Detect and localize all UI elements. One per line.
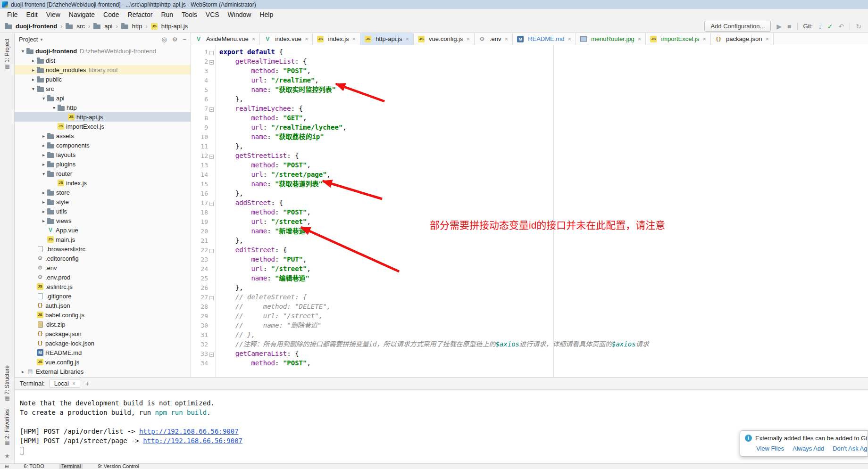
close-tab-icon[interactable]: × bbox=[466, 35, 470, 42]
tree-item-router[interactable]: ▾router bbox=[15, 169, 191, 178]
hide-panel-icon[interactable]: − bbox=[183, 36, 186, 43]
tree-expand-arrow-icon[interactable]: ▸ bbox=[30, 58, 37, 63]
tree-item-main.js[interactable]: main.js bbox=[15, 235, 191, 244]
tree-item-dist[interactable]: ▸dist bbox=[15, 56, 191, 65]
tree-expand-arrow-icon[interactable]: ▸ bbox=[40, 209, 47, 214]
fold-icon[interactable]: − bbox=[209, 51, 214, 55]
tree-item-style[interactable]: ▸style bbox=[15, 197, 191, 206]
tree-item-utils[interactable]: ▸utils bbox=[15, 206, 191, 216]
tree-collapse-arrow-icon[interactable]: ▾ bbox=[40, 96, 47, 101]
tree-item-.eslintrc.js[interactable]: .eslintrc.js bbox=[15, 282, 191, 291]
breadcrumb-item-http-api.js[interactable]: http-api.js bbox=[151, 23, 188, 30]
tree-item-app.vue[interactable]: App.vue bbox=[15, 225, 191, 235]
menu-item-edit[interactable]: Edit bbox=[22, 10, 42, 19]
code-area[interactable]: export default { getRealTimeList: { meth… bbox=[216, 45, 649, 377]
menu-item-tools[interactable]: Tools bbox=[177, 10, 201, 19]
editor-tab-http-api.js[interactable]: http-api.js× bbox=[360, 33, 414, 45]
menu-item-code[interactable]: Code bbox=[99, 10, 123, 19]
terminal-cursor[interactable] bbox=[20, 447, 24, 454]
tree-item-dist.zip[interactable]: dist.zip bbox=[15, 320, 191, 329]
favorites-star-icon[interactable]: ★ bbox=[4, 453, 10, 460]
tree-item-readme.md[interactable]: README.md bbox=[15, 348, 191, 357]
menu-item-file[interactable]: File bbox=[3, 10, 22, 19]
menu-item-run[interactable]: Run bbox=[157, 10, 177, 19]
tree-item-package-lock.json[interactable]: package-lock.json bbox=[15, 338, 191, 348]
menu-item-help[interactable]: Help bbox=[255, 10, 277, 19]
fold-icon[interactable]: − bbox=[209, 107, 214, 112]
tree-item-.browserslistrc[interactable]: .browserslistrc bbox=[15, 244, 191, 254]
tree-item-src[interactable]: ▾src bbox=[15, 84, 191, 93]
close-tab-icon[interactable]: × bbox=[305, 35, 309, 42]
tool-stripe-7-structure[interactable]: ▦7: Structure bbox=[4, 365, 10, 403]
close-terminal-tab-icon[interactable]: × bbox=[72, 380, 76, 387]
tree-item-auth.json[interactable]: auth.json bbox=[15, 301, 191, 310]
tree-expand-arrow-icon[interactable]: ▸ bbox=[40, 133, 47, 139]
breadcrumb-item-duoji-frontend[interactable]: duoji-frontend bbox=[5, 23, 57, 30]
new-terminal-tab-button[interactable]: + bbox=[85, 379, 89, 387]
locate-file-icon[interactable]: ◎ bbox=[161, 36, 167, 43]
tree-expand-arrow-icon[interactable]: ▸ bbox=[40, 162, 47, 167]
close-tab-icon[interactable]: × bbox=[702, 35, 706, 42]
menu-item-window[interactable]: Window bbox=[224, 10, 256, 19]
tree-expand-arrow-icon[interactable]: ▸ bbox=[19, 369, 26, 374]
terminal-link[interactable]: http://192.168.66.56:9007 bbox=[139, 428, 239, 435]
tree-item-views[interactable]: ▸views bbox=[15, 216, 191, 225]
close-tab-icon[interactable]: × bbox=[406, 35, 409, 42]
editor-tab-readme.md[interactable]: README.md× bbox=[513, 33, 576, 45]
close-tab-icon[interactable]: × bbox=[568, 35, 571, 42]
tree-item-http[interactable]: ▾http bbox=[15, 103, 191, 112]
tree-item-.editorconfig[interactable]: .editorconfig bbox=[15, 254, 191, 263]
tree-item-plugins[interactable]: ▸plugins bbox=[15, 159, 191, 169]
breadcrumb-item-api[interactable]: api bbox=[93, 23, 112, 30]
project-title[interactable]: Project bbox=[19, 36, 38, 43]
run-icon[interactable]: ▶ bbox=[776, 23, 782, 30]
tree-collapse-arrow-icon[interactable]: ▾ bbox=[30, 86, 37, 91]
tree-item-vue.config.js[interactable]: vue.config.js bbox=[15, 357, 191, 367]
menu-item-refactor[interactable]: Refactor bbox=[124, 10, 157, 19]
tree-item-babel.config.js[interactable]: babel.config.js bbox=[15, 310, 191, 320]
menu-item-vcs[interactable]: VCS bbox=[201, 10, 224, 19]
breadcrumb-item-http[interactable]: http bbox=[121, 23, 142, 30]
editor-tab-menurouter.jpg[interactable]: menuRouter.jpg× bbox=[576, 33, 646, 45]
close-tab-icon[interactable]: × bbox=[252, 35, 256, 42]
git-update-icon[interactable]: ↓ bbox=[818, 23, 822, 30]
tree-item-http-api.js[interactable]: http-api.js bbox=[15, 112, 191, 122]
tree-collapse-arrow-icon[interactable]: ▾ bbox=[40, 171, 47, 176]
tree-item-duoji-frontend[interactable]: ▾duoji-frontendD:\zheheWeb\duoji-fronten… bbox=[15, 46, 191, 56]
tree-item-components[interactable]: ▸components bbox=[15, 140, 191, 150]
menu-item-navigate[interactable]: Navigate bbox=[65, 10, 99, 19]
tree-item-importexcel.js[interactable]: importExcel.js bbox=[15, 122, 191, 131]
editor-tab-importexcel.js[interactable]: importExcel.js× bbox=[646, 33, 711, 45]
tool-stripe-1-project[interactable]: ▦1: Project bbox=[4, 39, 10, 72]
tree-expand-arrow-icon[interactable]: ▸ bbox=[30, 77, 37, 82]
editor-tab-package.json[interactable]: package.json× bbox=[711, 33, 774, 45]
add-configuration-button[interactable]: Add Configuration... bbox=[704, 21, 771, 32]
fold-icon[interactable]: − bbox=[209, 202, 214, 206]
tree-item-.gitignore[interactable]: .gitignore bbox=[15, 291, 191, 301]
editor-tab-.env[interactable]: .env× bbox=[475, 33, 513, 45]
close-tab-icon[interactable]: × bbox=[505, 35, 509, 42]
tree-item-api[interactable]: ▾api bbox=[15, 93, 191, 103]
close-tab-icon[interactable]: × bbox=[766, 35, 769, 42]
tree-item-.env.prod[interactable]: .env.prod bbox=[15, 272, 191, 282]
tree-expand-arrow-icon[interactable]: ▸ bbox=[40, 190, 47, 195]
tree-expand-arrow-icon[interactable]: ▸ bbox=[40, 143, 47, 148]
stop-icon[interactable]: ■ bbox=[787, 23, 791, 30]
tree-item-package.json[interactable]: package.json bbox=[15, 329, 191, 338]
tree-expand-arrow-icon[interactable]: ▸ bbox=[40, 199, 47, 205]
tree-item-.env[interactable]: .env bbox=[15, 263, 191, 272]
fold-icon[interactable]: − bbox=[209, 353, 214, 357]
notification-action-don-t-ask-agai[interactable]: Don't Ask Agai bbox=[833, 445, 868, 452]
tree-item-layouts[interactable]: ▸layouts bbox=[15, 150, 191, 159]
tree-expand-arrow-icon[interactable]: ▸ bbox=[40, 218, 47, 223]
status-item-9-version-control[interactable]: 9: Version Control bbox=[95, 464, 141, 469]
terminal-tab-local[interactable]: Local × bbox=[50, 379, 81, 388]
notification-action-always-add[interactable]: Always Add bbox=[793, 445, 824, 452]
editor-tab-asidemenu.vue[interactable]: AsideMenu.vue× bbox=[191, 33, 260, 45]
close-tab-icon[interactable]: × bbox=[352, 35, 356, 42]
editor-tab-index.vue[interactable]: index.vue× bbox=[260, 33, 313, 45]
tree-item-node-modules[interactable]: ▸node_moduleslibrary root bbox=[15, 65, 191, 74]
gear-icon[interactable]: ⚙ bbox=[172, 36, 178, 43]
fold-icon[interactable]: − bbox=[209, 155, 214, 159]
fold-icon[interactable]: − bbox=[209, 60, 214, 65]
